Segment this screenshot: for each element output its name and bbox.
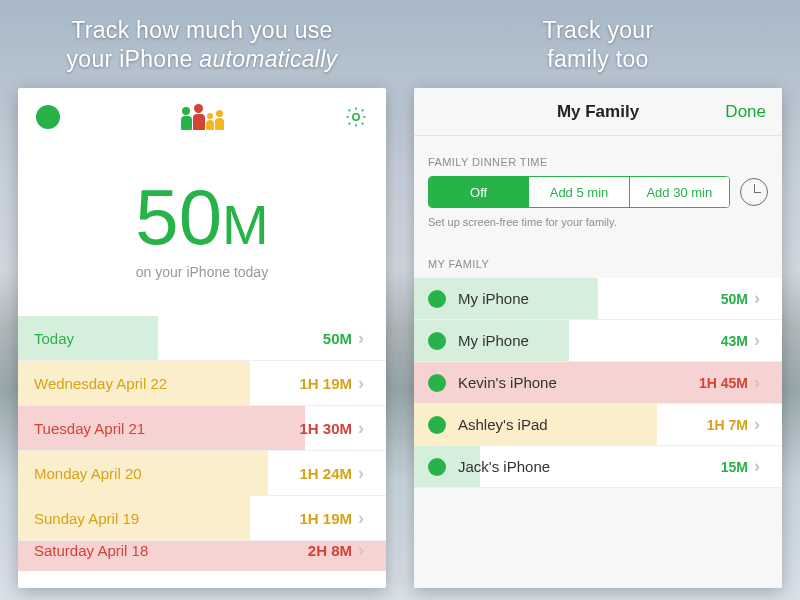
segment-off[interactable]: Off [429,177,529,207]
headline-right: Track yourfamily too [414,16,782,74]
navbar: My Family Done [414,88,782,136]
done-button[interactable]: Done [725,102,782,122]
status-dot-icon [428,416,446,434]
day-row[interactable]: Saturday April 182H 8M› [18,541,386,571]
family-name: Jack's iPhone [458,458,550,475]
usage-summary: 50M on your iPhone today [18,146,386,286]
settings-gear-icon[interactable] [344,105,368,129]
day-label: Sunday April 19 [34,510,139,527]
status-dot-icon [428,290,446,308]
chevron-right-icon: › [754,372,760,393]
family-value: 50M› [721,288,760,309]
day-label: Monday April 20 [34,465,142,482]
phone-card-usage: 50M on your iPhone today Today50M›Wednes… [18,88,386,588]
dinner-help-text: Set up screen-free time for your family. [414,208,782,246]
status-dot-icon [428,332,446,350]
family-list: My iPhone50M›My iPhone43M›Kevin's iPhone… [414,278,782,488]
family-name: Kevin's iPhone [458,374,557,391]
screenshot-panel-family: Track yourfamily too My Family Done FAMI… [414,12,782,588]
day-value: 1H 30M› [299,418,364,439]
family-row[interactable]: My iPhone43M› [414,320,782,362]
family-row[interactable]: My iPhone50M› [414,278,782,320]
screenshot-panel-usage: Track how much you useyour iPhone automa… [18,12,386,588]
segment-add-5-min[interactable]: Add 5 min [529,177,629,207]
family-name: Ashley's iPad [458,416,548,433]
chevron-right-icon: › [754,414,760,435]
segmented-row: OffAdd 5 minAdd 30 min [414,176,782,208]
chevron-right-icon: › [754,330,760,351]
usage-subtext: on your iPhone today [18,264,386,280]
day-row[interactable]: Wednesday April 221H 19M› [18,361,386,406]
family-row[interactable]: Jack's iPhone15M› [414,446,782,488]
family-icon[interactable] [181,104,224,130]
day-value: 1H 24M› [299,463,364,484]
clock-icon[interactable] [740,178,768,206]
day-value: 1H 19M› [299,508,364,529]
day-value: 2H 8M› [308,541,364,561]
family-name: My iPhone [458,290,529,307]
chevron-right-icon: › [358,328,364,349]
chevron-right-icon: › [358,463,364,484]
day-label: Saturday April 18 [34,542,148,559]
status-dot-icon [428,374,446,392]
day-row[interactable]: Monday April 201H 24M› [18,451,386,496]
chevron-right-icon: › [358,508,364,529]
segment-add-30-min[interactable]: Add 30 min [630,177,729,207]
usage-big-number: 50M [18,178,386,256]
filler [414,488,782,588]
day-row[interactable]: Sunday April 191H 19M› [18,496,386,541]
day-value: 1H 19M› [299,373,364,394]
family-value: 1H 45M› [699,372,760,393]
headline-left: Track how much you useyour iPhone automa… [18,16,386,74]
chevron-right-icon: › [358,418,364,439]
svg-point-0 [353,114,359,120]
family-name: My iPhone [458,332,529,349]
chevron-right-icon: › [358,373,364,394]
day-row[interactable]: Today50M› [18,316,386,361]
family-row[interactable]: Kevin's iPhone1H 45M› [414,362,782,404]
chevron-right-icon: › [358,541,364,561]
day-label: Tuesday April 21 [34,420,145,437]
dinner-segmented-control[interactable]: OffAdd 5 minAdd 30 min [428,176,730,208]
status-dot-icon[interactable] [36,105,60,129]
section-dinner-label: FAMILY DINNER TIME [414,136,782,176]
section-family-label: MY FAMILY [414,246,782,278]
family-row[interactable]: Ashley's iPad1H 7M› [414,404,782,446]
day-value: 50M› [323,328,364,349]
status-dot-icon [428,458,446,476]
topbar [18,88,386,146]
day-label: Wednesday April 22 [34,375,167,392]
family-value: 43M› [721,330,760,351]
phone-card-family: My Family Done FAMILY DINNER TIME OffAdd… [414,88,782,588]
chevron-right-icon: › [754,288,760,309]
day-list: Today50M›Wednesday April 221H 19M›Tuesda… [18,316,386,588]
chevron-right-icon: › [754,456,760,477]
family-value: 1H 7M› [707,414,760,435]
day-label: Today [34,330,74,347]
family-value: 15M› [721,456,760,477]
day-row[interactable]: Tuesday April 211H 30M› [18,406,386,451]
